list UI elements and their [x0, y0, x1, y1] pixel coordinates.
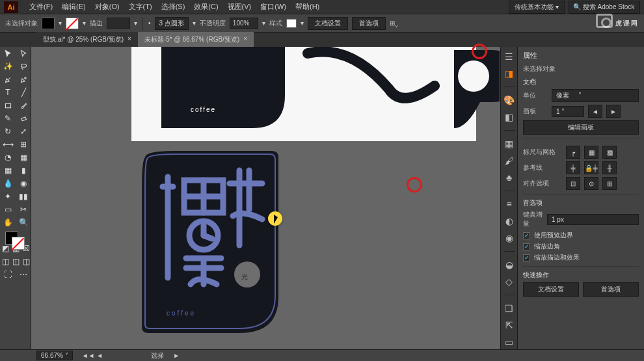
- swatches-panel-icon[interactable]: ▦: [503, 138, 515, 150]
- screen-mode[interactable]: ⛶: [0, 268, 16, 281]
- doc-setup-button[interactable]: 文档设置: [308, 17, 348, 30]
- artboard-select[interactable]: 1 ˅: [552, 106, 584, 117]
- symbols-panel-icon[interactable]: ♣: [503, 172, 515, 183]
- transparency-grid-toggle[interactable]: ▩: [602, 146, 617, 159]
- document-tab[interactable]: 型筑.ai* @ 25% (RGB/预览)×: [36, 32, 138, 47]
- artboard-tool[interactable]: ▭: [0, 203, 16, 216]
- quick-prefs-button[interactable]: 首选项: [583, 282, 639, 297]
- canvas[interactable]: coffee: [31, 47, 500, 349]
- rectangle-tool[interactable]: [0, 99, 16, 112]
- style-swatch[interactable]: [286, 19, 297, 28]
- quick-doc-setup-button[interactable]: 文档设置: [523, 282, 579, 297]
- snap-point-toggle[interactable]: ⊙: [584, 177, 598, 190]
- stroke-swatch[interactable]: [66, 18, 79, 29]
- menu-item[interactable]: 窗口(W): [256, 2, 291, 12]
- transparency-panel-icon[interactable]: ◉: [503, 232, 515, 244]
- scale-corners-checkbox[interactable]: ✓: [523, 243, 530, 250]
- menu-item[interactable]: 对象(O): [90, 2, 124, 12]
- search-input[interactable]: 🔍 搜索 Adobe Stock: [569, 1, 640, 14]
- mesh-tool[interactable]: ▦: [0, 164, 16, 177]
- scale-tool[interactable]: ⤢: [16, 125, 31, 138]
- smart-guides-toggle[interactable]: ╫: [602, 161, 617, 174]
- draw-behind[interactable]: ◫: [10, 255, 21, 268]
- prev-artboard-button[interactable]: ◄: [588, 105, 602, 118]
- zoom-select[interactable]: 66.67% ˅: [36, 351, 73, 360]
- selection-tool[interactable]: [0, 47, 16, 60]
- next-artboard-button[interactable]: ►: [606, 105, 621, 118]
- perspective-grid-tool[interactable]: ▦: [16, 151, 31, 164]
- direct-selection-tool[interactable]: [16, 47, 31, 60]
- stroke-panel-icon[interactable]: ≡: [503, 198, 515, 210]
- blend-tool[interactable]: ◉: [16, 177, 31, 190]
- curvature-tool[interactable]: [16, 73, 31, 86]
- preview-bounds-checkbox[interactable]: ✓: [523, 232, 530, 239]
- hand-tool[interactable]: ✋: [0, 216, 16, 229]
- draw-normal[interactable]: ◫: [0, 255, 10, 268]
- prefs-button[interactable]: 首选项: [352, 17, 386, 30]
- snap-pixel-toggle[interactable]: ⊡: [566, 177, 580, 190]
- menu-item[interactable]: 编辑(E): [57, 2, 90, 12]
- brush-select[interactable]: 3 点圆形: [155, 17, 189, 30]
- magic-wand-tool[interactable]: ✨: [0, 60, 16, 73]
- type-tool[interactable]: T: [0, 86, 16, 99]
- slice-tool[interactable]: ✂: [16, 203, 31, 216]
- guides-lock-toggle[interactable]: 🔒╪: [584, 161, 598, 174]
- properties-panel-icon[interactable]: ☰: [503, 51, 515, 62]
- asset-export-panel-icon[interactable]: ⇱: [503, 319, 515, 331]
- gradient-tool[interactable]: ▮: [16, 164, 31, 177]
- shape-builder-tool[interactable]: ◔: [0, 151, 16, 164]
- align-icon[interactable]: ⊞ˬ: [390, 20, 398, 27]
- annotation-circle-1: [407, 177, 422, 193]
- pen-tool[interactable]: [0, 73, 16, 86]
- edit-artboard-button[interactable]: 编辑画板: [523, 120, 639, 135]
- eyedropper-tool[interactable]: 💧: [0, 177, 16, 190]
- paintbrush-tool[interactable]: [16, 99, 31, 112]
- color-guide-panel-icon[interactable]: ◧: [503, 111, 515, 123]
- menu-item[interactable]: 帮助(H): [291, 2, 324, 12]
- edit-toolbar[interactable]: ⋯: [16, 268, 31, 281]
- ruler-toggle[interactable]: ┍: [566, 146, 580, 159]
- unit-select[interactable]: 像素 ˅: [552, 89, 639, 102]
- menu-item[interactable]: 视图(V): [223, 2, 256, 12]
- snap-grid-toggle[interactable]: ⊞: [602, 177, 617, 190]
- shaper-tool[interactable]: ✎: [0, 112, 16, 125]
- width-tool[interactable]: ⟷: [0, 138, 16, 151]
- status-nav-next[interactable]: ►: [173, 352, 180, 359]
- unit-label: 单位: [523, 91, 548, 100]
- grid-toggle[interactable]: ▦: [584, 146, 598, 159]
- rotate-tool[interactable]: ↻: [0, 125, 16, 138]
- opacity-input[interactable]: [230, 18, 258, 29]
- line-tool[interactable]: ╱: [16, 86, 31, 99]
- draw-inside[interactable]: ◫: [21, 255, 31, 268]
- fill-swatch[interactable]: [42, 18, 55, 29]
- fill-stroke-indicator[interactable]: [0, 229, 31, 254]
- prefs-section-label: 首选项: [523, 198, 639, 207]
- scale-strokes-checkbox[interactable]: ✓: [523, 254, 530, 261]
- key-increment-input[interactable]: [547, 214, 639, 225]
- layers-panel-icon[interactable]: ❏: [503, 302, 515, 314]
- menu-item[interactable]: 文字(T): [124, 2, 157, 12]
- graphic-styles-panel-icon[interactable]: ◇: [503, 276, 515, 287]
- stroke-weight-input[interactable]: [107, 18, 130, 29]
- document-tab[interactable]: 未标题-5* @ 66.67% (RGB/预览)×: [138, 32, 254, 47]
- eraser-tool[interactable]: [16, 112, 31, 125]
- color-panel-icon[interactable]: 🎨: [503, 94, 515, 106]
- gradient-panel-icon[interactable]: ◐: [503, 215, 515, 227]
- free-transform-tool[interactable]: ⊞: [16, 138, 31, 151]
- brushes-panel-icon[interactable]: 🖌: [503, 155, 515, 167]
- libraries-panel-icon[interactable]: ◨: [503, 68, 515, 79]
- column-graph-tool[interactable]: ▮▮: [16, 190, 31, 203]
- guides-show-toggle[interactable]: ╪: [566, 161, 580, 174]
- menu-item[interactable]: 文件(F): [25, 2, 57, 12]
- appearance-panel-icon[interactable]: ◒: [503, 259, 515, 271]
- workspace-switcher[interactable]: 传统基本功能 ▾: [509, 1, 565, 14]
- lasso-tool[interactable]: [16, 60, 31, 73]
- menu-item[interactable]: 选择(S): [157, 2, 190, 12]
- close-icon[interactable]: ×: [127, 35, 131, 44]
- menu-item[interactable]: 效果(C): [189, 2, 222, 12]
- symbol-sprayer-tool[interactable]: ✦: [0, 190, 16, 203]
- artboards-panel-icon[interactable]: ▭: [503, 336, 515, 348]
- zoom-tool[interactable]: 🔍: [16, 216, 31, 229]
- close-icon[interactable]: ×: [243, 35, 247, 44]
- artboard-nav-prev[interactable]: ◄◄ ◄: [82, 352, 103, 359]
